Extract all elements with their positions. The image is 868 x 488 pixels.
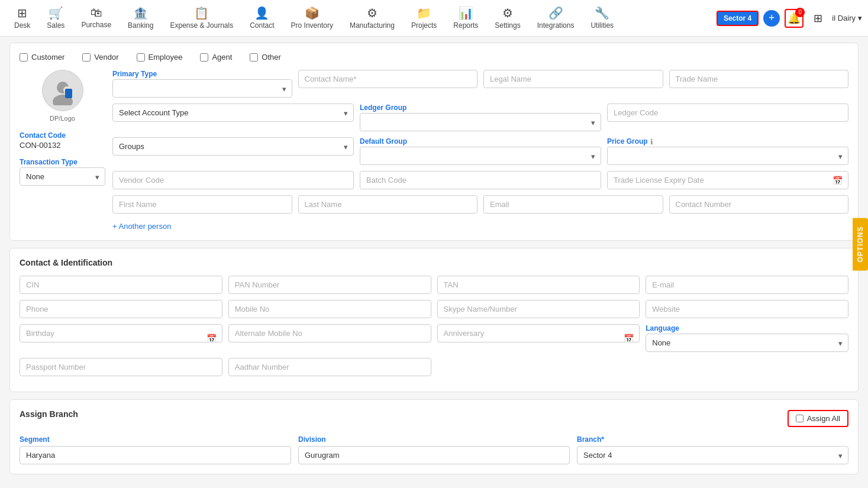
dp-logo-area[interactable]: DP/Logo [20,70,105,122]
email-group [483,195,663,214]
language-select-wrapper: None [646,334,848,352]
ledger-code-group [607,104,848,131]
account-type-select[interactable]: Select Account Type [112,104,354,122]
agent-checkbox-label[interactable]: Agent [200,53,232,62]
email-input[interactable] [483,195,663,214]
contact-number-group [669,195,849,214]
ledger-group-group: Ledger Group [360,104,601,131]
nav-manufacturing-label: Manufacturing [350,21,395,30]
phone-input[interactable] [20,300,222,318]
alt-mobile-input[interactable] [228,324,431,342]
customer-checkbox-label[interactable]: Customer [20,53,64,62]
add-button[interactable]: + [763,10,780,27]
contact-code-value: CON-00132 [20,141,105,150]
company-selector[interactable]: il Dairy ▾ [832,14,862,22]
assign-all-checkbox[interactable] [796,415,804,422]
customer-label: Customer [31,53,64,62]
language-select[interactable]: None [646,334,848,352]
tan-group [437,276,640,294]
ledger-group-select[interactable] [360,113,601,131]
price-group-info-icon[interactable]: ℹ [650,138,653,146]
account-type-group: Select Account Type [112,104,354,131]
anniversary-group: 📅 [437,324,640,352]
nav-integrations[interactable]: 🔗 Integrations [529,0,583,37]
contact-code-label: Contact Code [20,131,105,140]
ledger-code-input[interactable] [607,104,848,122]
nav-sales-label: Sales [47,21,64,30]
vendor-checkbox[interactable] [82,53,91,62]
primary-type-select-wrapper [112,79,292,98]
groups-select[interactable]: Groups [112,137,354,156]
contact-number-input[interactable] [669,195,849,214]
employee-checkbox[interactable] [137,53,145,62]
other-checkbox[interactable] [250,53,258,62]
segment-group: Segment [20,435,291,464]
contact-name-input[interactable] [298,70,478,88]
sector-badge[interactable]: Sector 4 [717,11,759,26]
price-group-select[interactable] [607,147,848,165]
last-name-input[interactable] [298,195,478,214]
phone-group [20,300,222,318]
agent-checkbox[interactable] [200,53,208,62]
dp-avatar[interactable] [42,70,83,111]
banking-icon: 🏦 [133,6,148,20]
nav-projects[interactable]: 📁 Projects [403,0,445,37]
grid-view-button[interactable]: ⊞ [808,9,827,28]
vendor-code-input[interactable] [112,171,354,189]
options-tab[interactable]: OPTIONS [853,218,868,270]
assign-all-button[interactable]: Assign All [788,410,848,427]
employee-checkbox-label[interactable]: Employee [137,53,183,62]
tan-input[interactable] [437,276,640,294]
nav-sales[interactable]: 🛒 Sales [38,0,73,37]
segment-label: Segment [20,435,291,444]
first-name-input[interactable] [112,195,292,214]
default-group-select[interactable] [360,147,601,165]
primary-type-select[interactable] [112,79,292,98]
batch-code-input[interactable] [360,171,601,189]
aadhar-input[interactable] [228,358,431,376]
cin-group [20,276,222,294]
dp-label: DP/Logo [50,115,75,122]
website-group [646,300,848,318]
svg-rect-3 [65,89,72,98]
nav-banking[interactable]: 🏦 Banking [120,0,162,37]
division-input[interactable] [298,446,570,464]
add-person-link[interactable]: + Another person [112,222,171,231]
website-input[interactable] [646,300,848,318]
transaction-type-select[interactable]: None [20,167,105,186]
nav-purchase[interactable]: 🛍 Purchase [73,0,120,37]
aadhar-group [228,358,431,376]
customer-checkbox[interactable] [20,53,28,62]
cin-input[interactable] [20,276,222,294]
anniversary-input[interactable] [437,324,640,342]
nav-reports[interactable]: 📊 Reports [445,0,486,37]
vendor-checkbox-label[interactable]: Vendor [82,53,118,62]
nav-reports-label: Reports [453,21,478,30]
email-id-group [646,276,848,294]
branch-select[interactable]: Sector 4 [577,446,848,464]
other-checkbox-label[interactable]: Other [250,53,281,62]
nav-utilities[interactable]: 🔧 Utilities [582,0,622,37]
passport-input[interactable] [20,358,222,376]
birthday-input[interactable] [20,324,222,342]
nav-desk[interactable]: ⊞ Desk [6,0,38,37]
pan-input[interactable] [228,276,431,294]
main-content: Customer Vendor Employee Agent Other [0,37,868,487]
avatar-icon [48,76,78,105]
nav-settings[interactable]: ⚙ Settings [486,0,528,37]
nav-contact[interactable]: 👤 Contact [241,0,282,37]
trade-name-input[interactable] [669,70,849,88]
segment-input[interactable] [20,446,291,464]
mobile-input[interactable] [228,300,431,318]
nav-pro-inventory[interactable]: 📦 Pro Inventory [283,0,341,37]
transaction-type-label: Transaction Type [20,158,105,166]
skype-input[interactable] [437,300,640,318]
trade-license-input[interactable] [607,171,848,189]
nav-manufacturing[interactable]: ⚙ Manufacturing [341,0,403,37]
legal-name-input[interactable] [483,70,663,88]
notification-button[interactable]: 🔔 0 [785,9,804,28]
default-group-group: Default Group [360,137,601,165]
contact-name-group [298,70,478,98]
email-id-input[interactable] [646,276,848,294]
nav-expense-journals[interactable]: 📋 Expense & Journals [162,0,241,37]
